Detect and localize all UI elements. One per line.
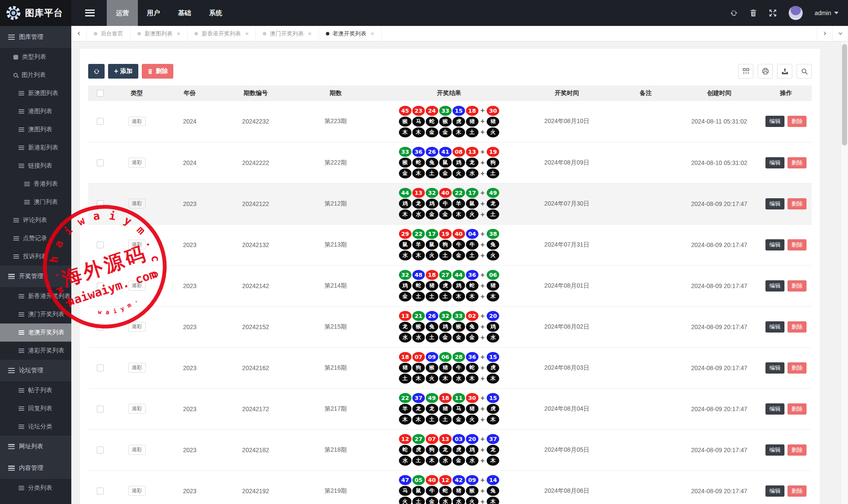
- sidebar-item-澳门列表[interactable]: 澳门列表: [0, 193, 71, 211]
- user-avatar[interactable]: [788, 6, 803, 20]
- type-cell: 港彩: [112, 429, 162, 470]
- row-delete-button[interactable]: 删除: [787, 198, 807, 209]
- print-button[interactable]: [758, 64, 773, 79]
- lottery-ball: 金: [426, 497, 438, 504]
- row-delete-button[interactable]: 删除: [787, 444, 807, 456]
- sidebar-group-网址列表[interactable]: 网址列表: [0, 436, 71, 457]
- row-delete-button[interactable]: 删除: [787, 321, 807, 333]
- select-all-checkbox[interactable]: [97, 90, 104, 97]
- nav-item-系统[interactable]: 系统: [200, 0, 231, 26]
- row-delete-button[interactable]: 删除: [787, 280, 807, 292]
- sidebar-item-分类列表[interactable]: 分类列表: [0, 479, 71, 497]
- sidebar-item-新香港开奖列表[interactable]: 新香港开奖列表: [0, 287, 71, 305]
- edit-button[interactable]: 编辑: [765, 362, 784, 374]
- tab-新澳图列表[interactable]: 新澳图列表×: [131, 26, 188, 41]
- sidebar-group-开奖管理[interactable]: 开奖管理: [0, 266, 71, 287]
- refresh-button[interactable]: [88, 64, 105, 79]
- page-scrollbar-track[interactable]: [841, 42, 848, 504]
- tabs-scroll-left-button[interactable]: [71, 26, 87, 41]
- row-delete-button[interactable]: 删除: [787, 362, 807, 374]
- sidebar-item-点赞记录[interactable]: 点赞记录: [0, 229, 71, 247]
- edit-button[interactable]: 编辑: [765, 198, 784, 209]
- trash-icon[interactable]: [749, 9, 757, 17]
- sidebar-item-类型列表[interactable]: 类型列表: [0, 48, 71, 66]
- year-cell: 2024: [162, 142, 218, 183]
- user-menu[interactable]: admin: [815, 10, 838, 16]
- sidebar-item-链接列表[interactable]: 链接列表: [0, 157, 71, 175]
- columns-toggle-button[interactable]: [738, 64, 753, 79]
- row-checkbox[interactable]: [97, 241, 104, 248]
- nav-item-用户[interactable]: 用户: [138, 0, 169, 26]
- row-checkbox[interactable]: [97, 159, 104, 166]
- tab-close-icon[interactable]: ×: [308, 31, 311, 37]
- checkbox-cell: [88, 101, 112, 142]
- row-checkbox[interactable]: [97, 365, 104, 371]
- nav-item-基础[interactable]: 基础: [169, 0, 200, 26]
- row-checkbox[interactable]: [97, 447, 104, 453]
- edit-button[interactable]: 编辑: [765, 239, 784, 250]
- edit-button[interactable]: 编辑: [765, 157, 784, 168]
- lottery-ball: 49: [426, 393, 438, 403]
- sidebar-item-投诉列表[interactable]: 投诉列表: [0, 247, 71, 266]
- fullscreen-icon[interactable]: [769, 9, 777, 17]
- sidebar-group-论坛管理[interactable]: 论坛管理: [0, 360, 71, 381]
- sidebar-item-老澳开奖列表[interactable]: 老澳开奖列表: [0, 323, 71, 342]
- sidebar-group-内容管理[interactable]: 内容管理: [0, 457, 71, 479]
- tab-老澳开奖列表[interactable]: 老澳开奖列表×: [319, 26, 382, 41]
- column-header-期数: 期数: [293, 86, 378, 101]
- edit-button[interactable]: 编辑: [765, 444, 784, 456]
- edit-button[interactable]: 编辑: [765, 116, 784, 127]
- row-delete-button[interactable]: 删除: [787, 157, 807, 168]
- refresh-icon[interactable]: [730, 9, 738, 17]
- tab-澳门开奖列表[interactable]: 澳门开奖列表×: [256, 26, 319, 41]
- sidebar-item-港图列表[interactable]: 港图列表: [0, 102, 71, 120]
- tabs-scroll-right-button[interactable]: [817, 26, 832, 41]
- row-checkbox[interactable]: [97, 282, 104, 289]
- sidebar-item-回复列表[interactable]: 回复列表: [0, 399, 71, 418]
- sidebar-item-新澳图列表[interactable]: 新澳图列表: [0, 84, 71, 102]
- tab-close-icon[interactable]: ×: [371, 31, 374, 37]
- row-delete-button[interactable]: 删除: [787, 239, 807, 250]
- edit-button[interactable]: 编辑: [765, 403, 784, 415]
- tab-close-icon[interactable]: ×: [245, 31, 249, 37]
- lottery-ball: 土: [426, 292, 438, 301]
- sidebar-item-论坛分类[interactable]: 论坛分类: [0, 418, 71, 436]
- tabs-menu-button[interactable]: [832, 26, 848, 41]
- sidebar-item-港彩开奖列表[interactable]: 港彩开奖列表: [0, 342, 71, 360]
- edit-button[interactable]: 编辑: [765, 485, 784, 497]
- sidebar-item-澳图列表[interactable]: 澳图列表: [0, 120, 71, 139]
- logo-section[interactable]: 图库平台: [0, 0, 71, 26]
- export-button[interactable]: [777, 64, 792, 79]
- nav-item-运营[interactable]: 运营: [107, 0, 138, 26]
- sidebar-toggle-icon[interactable]: [85, 10, 95, 16]
- tab-后台首页[interactable]: 后台首页: [87, 26, 131, 41]
- search-button[interactable]: [797, 64, 812, 79]
- lottery-ball: 牛: [466, 240, 478, 250]
- edit-button[interactable]: 编辑: [765, 280, 784, 292]
- row-delete-button[interactable]: 删除: [787, 116, 807, 127]
- row-checkbox[interactable]: [97, 200, 104, 207]
- row-checkbox[interactable]: [97, 323, 104, 330]
- row-checkbox[interactable]: [97, 488, 104, 494]
- tab-close-icon[interactable]: ×: [177, 31, 180, 37]
- sidebar-group-图库管理[interactable]: 图库管理: [0, 26, 71, 48]
- sidebar-item-帖子列表[interactable]: 帖子列表: [0, 381, 71, 399]
- edit-button[interactable]: 编辑: [765, 321, 784, 333]
- row-checkbox[interactable]: [97, 118, 104, 125]
- row-delete-button[interactable]: 删除: [787, 485, 807, 497]
- plus-sign: +: [481, 293, 485, 301]
- sidebar-item-评论列表[interactable]: 评论列表: [0, 211, 71, 229]
- sidebar-item-澳门开奖列表[interactable]: 澳门开奖列表: [0, 305, 71, 323]
- sidebar-item-香港列表[interactable]: 香港列表: [0, 175, 71, 193]
- list-icon: [19, 312, 24, 317]
- tab-新香港开奖列表[interactable]: 新香港开奖列表×: [188, 26, 256, 41]
- column-header-开奖时间: 开奖时间: [520, 86, 613, 101]
- page-scrollbar-thumb[interactable]: [842, 44, 847, 146]
- row-checkbox[interactable]: [97, 406, 104, 412]
- sidebar-item-新港彩列表[interactable]: 新港彩列表: [0, 139, 71, 157]
- add-button[interactable]: + 添加: [108, 64, 138, 79]
- lottery-ball: 鸡: [399, 281, 411, 291]
- delete-button[interactable]: 删除: [142, 64, 173, 79]
- row-delete-button[interactable]: 删除: [787, 403, 807, 415]
- sidebar-item-图片列表[interactable]: 图片列表: [0, 66, 71, 84]
